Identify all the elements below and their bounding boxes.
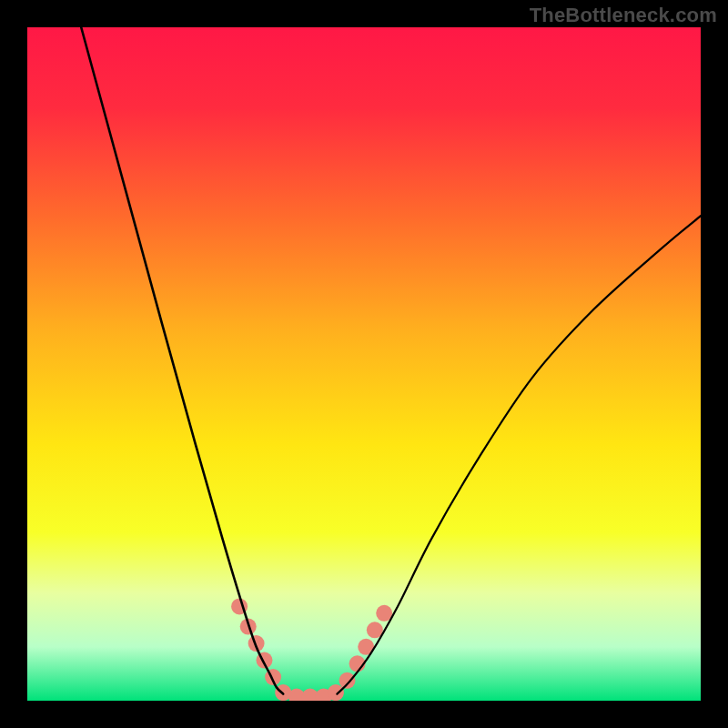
marker-bead [339, 672, 356, 689]
chart-frame: TheBottleneck.com [0, 0, 728, 728]
marker-bead [328, 684, 344, 701]
watermark-text: TheBottleneck.com [530, 4, 717, 27]
chart-background [27, 27, 701, 701]
plot-area [27, 27, 701, 701]
chart-svg [27, 27, 701, 701]
